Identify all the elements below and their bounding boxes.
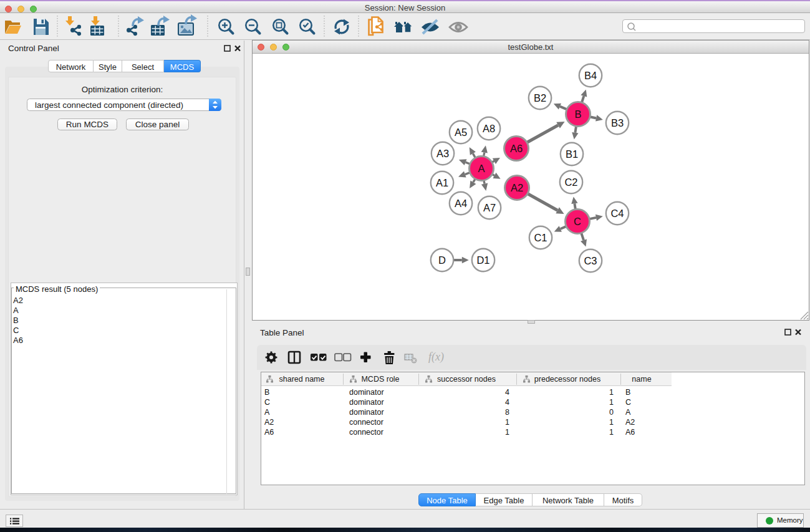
svg-text:A7: A7 [483,202,496,213]
svg-text:A: A [478,163,485,174]
svg-text:C1: C1 [534,232,547,243]
svg-text:D1: D1 [476,254,489,266]
svg-text:C3: C3 [584,255,597,266]
svg-text:A8: A8 [483,123,495,134]
svg-text:A5: A5 [455,127,467,138]
svg-text:C4: C4 [610,208,624,219]
svg-text:A4: A4 [455,198,467,209]
svg-text:B4: B4 [584,70,597,81]
svg-text:A3: A3 [436,148,449,159]
svg-text:C2: C2 [564,177,577,188]
svg-text:A1: A1 [436,177,448,188]
svg-text:B2: B2 [534,92,546,104]
svg-text:B3: B3 [611,117,624,128]
svg-text:A2: A2 [511,182,523,193]
svg-text:A6: A6 [510,143,523,154]
svg-text:B1: B1 [566,148,578,160]
svg-text:D: D [438,254,446,266]
svg-text:C: C [574,216,581,227]
svg-text:B: B [574,109,581,120]
